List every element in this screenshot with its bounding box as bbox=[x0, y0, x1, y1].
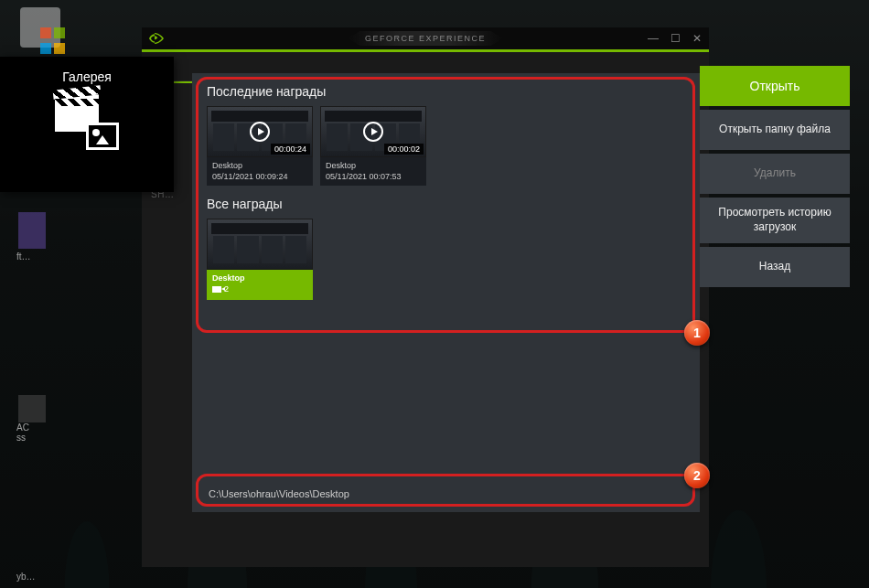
clip-name: Desktop bbox=[326, 161, 421, 172]
maximize-button[interactable]: ☐ bbox=[669, 32, 681, 45]
ms-tile bbox=[40, 43, 51, 54]
play-icon bbox=[250, 122, 270, 142]
gallery-overlay-tile[interactable]: Галерея bbox=[0, 57, 174, 192]
titlebar[interactable]: GEFORCE EXPERIENCE — ☐ ✕ bbox=[142, 27, 709, 49]
ms-tile bbox=[40, 27, 51, 38]
recent-thumbs: 00:00:24 Desktop 05/11/2021 00:09:24 00:… bbox=[192, 106, 700, 186]
clip-timestamp: 05/11/2021 00:09:24 bbox=[212, 172, 307, 183]
desktop-shortcut[interactable] bbox=[18, 395, 46, 422]
folder-thumbnail-selected[interactable]: Desktop 2 bbox=[207, 219, 313, 300]
folder-name: Desktop bbox=[212, 273, 307, 284]
recent-section-title: Последние награды bbox=[192, 73, 700, 106]
annotation-badge-1: 1 bbox=[684, 320, 710, 346]
clip-timestamp: 05/11/2021 00:07:53 bbox=[326, 172, 421, 183]
desktop-label: ft… bbox=[16, 251, 31, 262]
video-thumbnail[interactable]: 00:00:24 Desktop 05/11/2021 00:09:24 bbox=[207, 106, 313, 186]
desktop-label: ss bbox=[16, 433, 26, 443]
folder-path: C:\Users\ohrau\Videos\Desktop bbox=[209, 488, 349, 499]
gallery-icon bbox=[55, 95, 119, 150]
open-folder-button[interactable]: Открыть папку файла bbox=[700, 110, 850, 150]
ms-tile bbox=[54, 43, 65, 54]
desktop-label: AC bbox=[16, 422, 29, 433]
annotation-badge-2: 2 bbox=[684, 463, 710, 488]
gallery-content-panel: Последние награды 00:00:24 Desktop 05/11… bbox=[192, 73, 700, 512]
camera-icon bbox=[212, 286, 221, 293]
close-button[interactable]: ✕ bbox=[691, 32, 703, 45]
thumbnail-meta: Desktop 05/11/2021 00:07:53 bbox=[320, 157, 426, 186]
duration-badge: 00:00:02 bbox=[384, 144, 424, 155]
thumbnail-meta-selected: Desktop 2 bbox=[207, 270, 313, 300]
view-history-button[interactable]: Просмотреть историю загрузок bbox=[700, 198, 850, 243]
open-button[interactable]: Открыть bbox=[700, 66, 850, 106]
duration-badge: 00:00:24 bbox=[271, 144, 310, 155]
all-thumbs: Desktop 2 bbox=[192, 219, 700, 300]
ms-tile bbox=[54, 27, 65, 38]
play-icon bbox=[363, 122, 383, 142]
clip-name: Desktop bbox=[212, 161, 307, 172]
minimize-button[interactable]: — bbox=[647, 32, 660, 45]
thumbnail-meta: Desktop 05/11/2021 00:09:24 bbox=[207, 157, 313, 186]
delete-button[interactable]: Удалить bbox=[700, 154, 850, 194]
back-button[interactable]: Назад bbox=[700, 247, 850, 287]
desktop-label: yb… bbox=[16, 572, 36, 582]
photo-icon bbox=[86, 123, 119, 150]
window-title: GEFORCE EXPERIENCE bbox=[348, 27, 503, 49]
thumbnail-image: 00:00:24 bbox=[207, 106, 313, 157]
video-thumbnail[interactable]: 00:00:02 Desktop 05/11/2021 00:07:53 bbox=[320, 106, 426, 186]
action-panel: Открыть Открыть папку файла Удалить Прос… bbox=[700, 66, 850, 287]
video-count: 2 bbox=[212, 284, 229, 295]
microsoft-store-icon[interactable] bbox=[40, 27, 68, 55]
all-section-title: Все награды bbox=[192, 186, 700, 219]
gallery-label: Галерея bbox=[62, 69, 112, 84]
nvidia-logo-icon bbox=[149, 31, 164, 46]
thumbnail-image bbox=[207, 219, 313, 270]
thumbnail-image: 00:00:02 bbox=[320, 106, 426, 157]
desktop-shortcut[interactable] bbox=[18, 212, 46, 249]
